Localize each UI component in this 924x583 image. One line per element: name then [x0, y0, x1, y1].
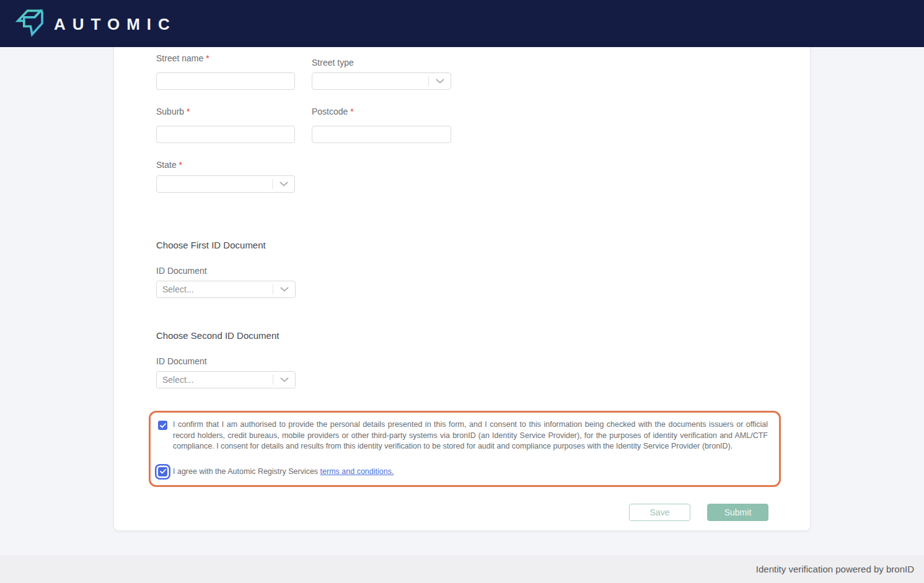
- brand-wordmark: AUTOMIC: [54, 15, 177, 34]
- suburb-postcode-row: Suburb * Postcode *: [156, 107, 810, 143]
- app-footer: Identity verification powered by bronID: [0, 555, 924, 583]
- automic-logo-icon: [15, 6, 48, 41]
- powered-by-text: Identity verification powered by bronID: [756, 564, 914, 574]
- submit-button[interactable]: Submit: [707, 504, 768, 521]
- first-id-select[interactable]: Select...: [156, 281, 296, 298]
- consent-agree-checkbox[interactable]: [158, 467, 167, 476]
- street-name-label: Street name *: [156, 53, 295, 63]
- postcode-input[interactable]: [312, 126, 451, 143]
- chevron-down-icon: [273, 287, 295, 292]
- required-asterisk: *: [350, 107, 353, 116]
- consent-agree-row: I agree with the Automic Registry Servic…: [158, 466, 768, 477]
- spacer: [156, 388, 810, 411]
- verification-form-card: Street name * Street type Suburb *: [113, 47, 811, 531]
- second-id-select[interactable]: Select...: [156, 371, 296, 388]
- suburb-field: Suburb *: [156, 107, 295, 143]
- street-name-field: Street name *: [156, 53, 295, 90]
- first-id-label: ID Document: [156, 266, 296, 276]
- app-header: AUTOMIC: [0, 0, 924, 47]
- state-label: State *: [156, 160, 295, 170]
- street-type-field: Street type: [312, 53, 451, 90]
- consent-confirm-text: I confirm that I am authorised to provid…: [173, 419, 768, 452]
- required-asterisk: *: [179, 160, 182, 170]
- consent-agree-text: I agree with the Automic Registry Servic…: [173, 467, 394, 477]
- agree-text-prefix: I agree with the Automic Registry Servic…: [173, 467, 320, 476]
- state-select[interactable]: [156, 175, 295, 193]
- checkmark-icon: [160, 423, 166, 428]
- required-asterisk: *: [206, 53, 209, 63]
- state-row: State *: [156, 160, 810, 193]
- first-id-field: ID Document Select...: [156, 266, 296, 298]
- consent-confirm-row: I confirm that I am authorised to provid…: [158, 419, 768, 452]
- street-name-input[interactable]: [156, 72, 295, 90]
- required-asterisk: *: [187, 107, 190, 116]
- spacer: [156, 193, 810, 240]
- first-id-select-placeholder: Select...: [157, 284, 273, 294]
- second-id-label: ID Document: [156, 356, 296, 366]
- suburb-input[interactable]: [156, 126, 295, 143]
- street-name-label-text: Street name: [156, 53, 203, 63]
- postcode-label-text: Postcode: [312, 107, 348, 116]
- second-id-select-placeholder: Select...: [157, 375, 273, 385]
- street-row: Street name * Street type: [156, 53, 810, 90]
- chevron-down-icon: [429, 79, 451, 84]
- state-label-text: State: [156, 160, 177, 170]
- second-id-section-heading: Choose Second ID Document: [156, 330, 810, 341]
- suburb-label-text: Suburb: [156, 107, 184, 116]
- chevron-down-icon: [273, 182, 294, 186]
- terms-and-conditions-link[interactable]: terms and conditions.: [320, 467, 394, 476]
- save-button[interactable]: Save: [629, 504, 690, 521]
- brand-logo: AUTOMIC: [15, 6, 177, 41]
- suburb-label: Suburb *: [156, 107, 295, 116]
- second-id-field: ID Document Select...: [156, 356, 296, 388]
- checkmark-icon: [160, 469, 166, 474]
- consent-box: I confirm that I am authorised to provid…: [149, 411, 781, 487]
- chevron-down-icon: [273, 377, 295, 382]
- street-type-label: Street type: [312, 53, 451, 68]
- form-button-bar: Save Submit: [156, 504, 810, 521]
- spacer: [156, 298, 810, 330]
- postcode-label: Postcode *: [312, 107, 451, 116]
- page-body: Street name * Street type Suburb *: [0, 47, 924, 555]
- consent-confirm-checkbox[interactable]: [158, 421, 167, 430]
- first-id-section-heading: Choose First ID Document: [156, 240, 810, 250]
- postcode-field: Postcode *: [312, 107, 451, 143]
- street-type-select[interactable]: [312, 72, 451, 90]
- street-type-label-text: Street type: [312, 58, 354, 68]
- state-field: State *: [156, 160, 295, 193]
